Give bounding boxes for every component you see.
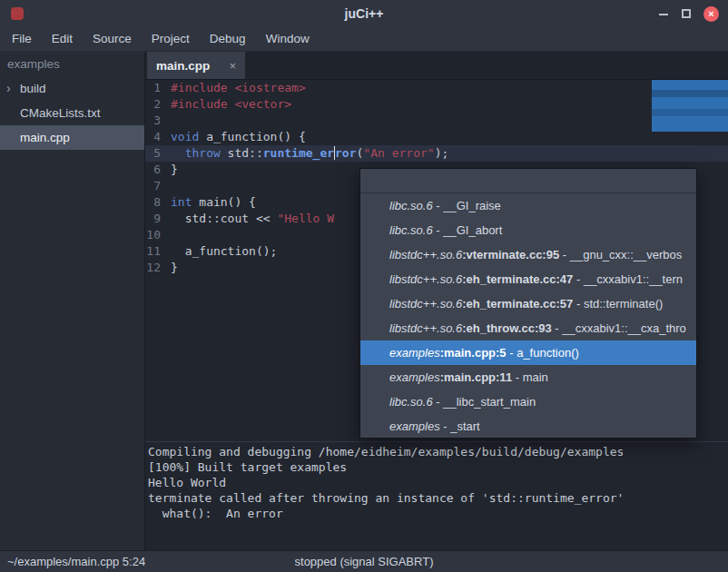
line-number: 11 — [145, 243, 169, 260]
backtrace-module: libstdc++.so.6 — [389, 321, 462, 335]
output-terminal[interactable]: Compiling and debugging /home/eidheim/ex… — [145, 441, 728, 550]
backtrace-location: :eh_terminate.cc:57 — [462, 297, 573, 311]
tree-item-label: build — [20, 82, 46, 95]
code-token: int — [171, 195, 192, 209]
backtrace-popup: libc.so.6 - __GI_raiselibc.so.6 - __GI_a… — [359, 168, 697, 439]
code-token: std:: — [221, 146, 263, 160]
chevron-right-icon[interactable]: › — [6, 76, 11, 101]
backtrace-location: :vterminate.cc:95 — [462, 248, 559, 261]
menu-file[interactable]: File — [2, 27, 42, 52]
backtrace-symbol: - __cxxabiv1::__cxa_thro — [552, 321, 686, 335]
code-line[interactable]: 3 — [145, 113, 728, 129]
terminal-text: Compiling and debugging /home/eidheim/ex… — [148, 444, 725, 521]
backtrace-module: examples — [389, 370, 440, 384]
line-number: 7 — [145, 178, 169, 194]
tab-close-icon[interactable]: × — [229, 59, 236, 73]
backtrace-row[interactable]: libstdc++.so.6:eh_terminate.cc:57 - std:… — [360, 291, 696, 316]
backtrace-symbol: - __cxxabiv1::__tern — [573, 272, 683, 286]
code-token: runtime_er — [263, 146, 334, 160]
app-icon — [11, 7, 24, 20]
menu-debug[interactable]: Debug — [200, 27, 256, 52]
line-number: 9 — [145, 211, 169, 227]
code-line[interactable]: 5 throw std::runtime_error("An error"); — [145, 145, 728, 162]
line-number: 10 — [145, 227, 169, 243]
code-text: #include <vector> — [169, 96, 291, 113]
window-controls: × — [658, 0, 719, 27]
code-token: #include <vector> — [171, 97, 291, 111]
backtrace-module: libstdc++.so.6 — [389, 272, 462, 286]
line-number: 6 — [145, 162, 169, 178]
code-token: main() { — [192, 195, 255, 209]
backtrace-symbol: - a_function() — [507, 346, 579, 360]
backtrace-symbol: - main — [512, 370, 548, 384]
menu-edit[interactable]: Edit — [42, 27, 83, 52]
backtrace-symbol: - __GI_raise — [433, 199, 501, 212]
backtrace-row[interactable]: examples - _start — [360, 414, 696, 439]
code-line[interactable]: 4void a_function() { — [145, 129, 728, 145]
code-token: void — [171, 130, 199, 143]
file-tree: ›buildCMakeLists.txtmain.cpp — [0, 76, 144, 150]
line-number: 5 — [145, 145, 169, 162]
backtrace-module: examples — [389, 419, 440, 433]
backtrace-module: libc.so.6 — [389, 395, 433, 409]
code-text: } — [169, 260, 178, 276]
code-text: std::cout << "Hello W — [169, 211, 334, 227]
tab-bar: main.cpp × — [145, 52, 728, 80]
backtrace-row[interactable]: libc.so.6 - __GI_raise — [360, 193, 696, 218]
code-token: "An error" — [363, 146, 434, 160]
backtrace-symbol: - std::terminate() — [573, 297, 663, 311]
file-tree-panel: examples ›buildCMakeLists.txtmain.cpp — [0, 52, 145, 550]
code-token: ); — [435, 146, 449, 160]
backtrace-symbol: - __libc_start_main — [433, 395, 536, 409]
code-token: } — [171, 163, 178, 176]
menu-window[interactable]: Window — [256, 27, 320, 52]
code-token: a_function() { — [199, 130, 305, 143]
terminal-line: terminate called after throwing an insta… — [148, 490, 725, 506]
line-number: 12 — [145, 260, 169, 276]
backtrace-location: :main.cpp:11 — [440, 370, 512, 384]
status-file-position: ~/examples/main.cpp 5:24 — [7, 555, 145, 568]
window-title: juCi++ — [345, 6, 384, 21]
backtrace-row[interactable]: libstdc++.so.6:eh_throw.cc:93 - __cxxabi… — [360, 316, 696, 340]
tab-label: main.cpp — [156, 59, 210, 73]
backtrace-row[interactable]: libc.so.6 - __libc_start_main — [360, 390, 696, 414]
backtrace-symbol: - __GI_abort — [433, 223, 503, 237]
tab-main-cpp[interactable]: main.cpp × — [147, 52, 245, 79]
code-text: throw std::runtime_error("An error"); — [169, 145, 448, 162]
tree-item-label: CMakeLists.txt — [20, 106, 101, 120]
backtrace-symbol: - _start — [440, 419, 480, 433]
code-line[interactable]: 2#include <vector> — [145, 96, 728, 113]
code-text: void a_function() { — [169, 129, 306, 145]
code-line[interactable]: 1#include <iostream> — [145, 80, 728, 96]
backtrace-row[interactable]: examples:main.cpp:5 - a_function() — [360, 340, 696, 365]
code-text — [169, 227, 171, 243]
line-number: 4 — [145, 129, 169, 145]
terminal-line: [100%] Built target examples — [148, 459, 725, 475]
backtrace-row[interactable]: examples:main.cpp:11 - main — [360, 365, 696, 390]
backtrace-row[interactable]: libstdc++.so.6:eh_terminate.cc:47 - __cx… — [360, 267, 696, 291]
backtrace-location: :eh_throw.cc:93 — [462, 321, 552, 335]
backtrace-module: libc.so.6 — [389, 199, 433, 212]
tree-item-cmakelists-txt[interactable]: CMakeLists.txt — [0, 101, 144, 125]
code-token: ror — [335, 146, 356, 160]
backtrace-module: libstdc++.so.6 — [389, 297, 462, 311]
close-icon[interactable]: × — [703, 6, 719, 22]
backtrace-row[interactable]: libc.so.6 - __GI_abort — [360, 218, 696, 242]
line-number: 1 — [145, 80, 169, 96]
title-bar: juCi++ × — [0, 0, 728, 27]
code-text: } — [169, 162, 178, 178]
popup-header — [360, 169, 696, 193]
menu-project[interactable]: Project — [142, 27, 200, 52]
code-text: int main() { — [169, 194, 256, 211]
tree-item-build[interactable]: ›build — [0, 76, 144, 101]
backtrace-list: libc.so.6 - __GI_raiselibc.so.6 - __GI_a… — [360, 193, 696, 439]
backtrace-row[interactable]: libstdc++.so.6:vterminate.cc:95 - __gnu_… — [360, 242, 696, 267]
line-number: 8 — [145, 194, 169, 211]
tree-item-main-cpp[interactable]: main.cpp — [0, 125, 144, 150]
menu-source[interactable]: Source — [83, 27, 142, 52]
line-number: 3 — [145, 113, 169, 129]
terminal-line: Compiling and debugging /home/eidheim/ex… — [148, 444, 725, 459]
minimize-icon[interactable] — [658, 8, 669, 19]
restore-icon[interactable] — [682, 9, 691, 18]
code-token: } — [171, 261, 178, 274]
